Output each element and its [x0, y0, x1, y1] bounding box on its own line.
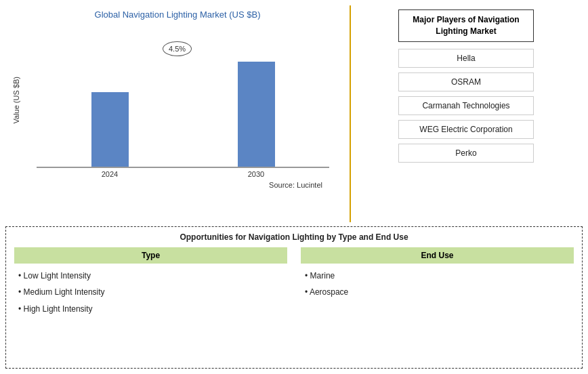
player-hella: Hella: [398, 49, 534, 68]
bar-group-2030: [238, 62, 275, 167]
player-weg: WEG Electric Corporation: [398, 120, 534, 139]
player-perko: Perko: [398, 144, 534, 163]
y-axis-label: Value (US $B): [12, 77, 20, 124]
bars-area: 4.5%: [23, 22, 343, 167]
bottom-section: Opportunities for Navigation Lighting by…: [5, 226, 583, 369]
players-area: Major Players of Navigation Lighting Mar…: [351, 5, 581, 222]
main-container: Global Navigation Lighting Market (US $B…: [0, 0, 588, 374]
opp-type-header: Type: [14, 247, 287, 264]
opp-enduse-item-1: Aerospace: [301, 284, 574, 300]
opp-type-item-1: Medium Light Intensity: [14, 284, 287, 300]
opp-type-item-0: Low Light Intensity: [14, 268, 287, 284]
cagr-bubble: 4.5%: [163, 41, 192, 56]
opp-type-column: Type Low Light Intensity Medium Light In…: [14, 247, 287, 317]
opportunities-title: Opportunities for Navigation Lighting by…: [14, 232, 574, 242]
chart-plot: 4.5% 2024 2030: [23, 22, 343, 178]
x-label-2030: 2030: [248, 170, 264, 178]
top-section: Global Navigation Lighting Market (US $B…: [5, 5, 583, 222]
opp-type-item-2: High Light Intensity: [14, 301, 287, 317]
bar-group-2024: [91, 92, 129, 167]
players-title: Major Players of Navigation Lighting Mar…: [398, 9, 534, 42]
chart-inner: Value (US $B) 4.5%: [12, 22, 343, 178]
opportunities-grid: Type Low Light Intensity Medium Light In…: [14, 247, 574, 317]
opp-enduse-item-0: Marine: [301, 268, 574, 284]
opp-enduse-header: End Use: [301, 247, 574, 264]
player-osram: OSRAM: [398, 72, 534, 91]
source-label: Source: Lucintel: [269, 181, 343, 189]
bar-2024: [91, 92, 129, 167]
x-label-2024: 2024: [102, 170, 118, 178]
x-labels: 2024 2030: [23, 168, 343, 178]
opp-enduse-column: End Use Marine Aerospace: [301, 247, 574, 317]
chart-area: Global Navigation Lighting Market (US $B…: [5, 5, 351, 222]
bar-2030: [238, 62, 275, 167]
cagr-annotation: 4.5%: [163, 41, 192, 56]
chart-title: Global Navigation Lighting Market (US $B…: [95, 9, 261, 20]
player-carmanah: Carmanah Technologies: [398, 96, 534, 115]
